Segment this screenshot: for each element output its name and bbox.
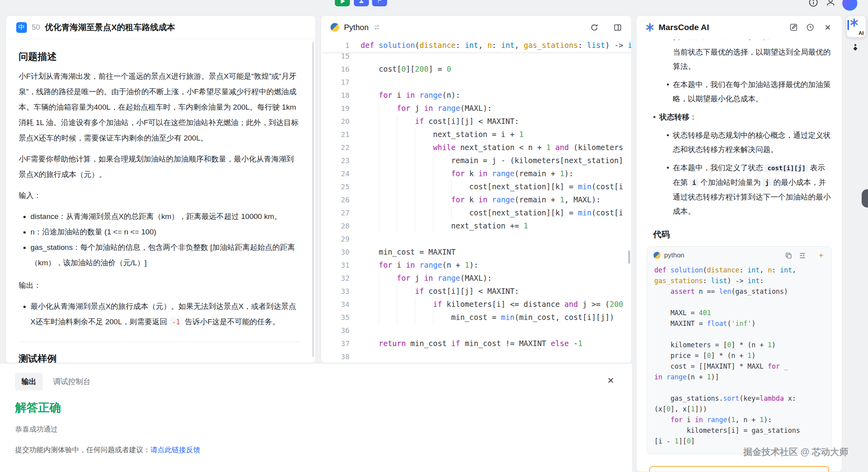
reset-code-icon[interactable] [590, 23, 598, 32]
ai-panel-title: MarsCode AI [659, 23, 709, 32]
output-list: 最小化从青海湖到景点X的旅行成本（元）。如果无法到达景点X，或者到达景点X还车时… [19, 299, 300, 330]
ai-code-line: gas_stations: list) -> int: [654, 276, 824, 286]
play-icon [341, 0, 345, 4]
feedback-row: 提交功能内测体验中，任何问题或者建议：请点此链接反馈 [15, 445, 632, 455]
python-icon [330, 23, 339, 32]
tab-debug-console[interactable]: 调试控制台 [48, 373, 95, 390]
ai-code-line: in range(n + 1)] [654, 372, 824, 383]
ai-code-line: for i in range(1, n + 1): [654, 415, 824, 425]
ai-chat-content: 贪心算法是一种在每一步选择中都采取 当前状态下最优的选择，以期望达到全局最优的算… [636, 40, 842, 466]
side-panel-handle[interactable] [862, 189, 868, 207]
editor-line[interactable]: 27 cost[next_station][k] = min(cost[i [321, 206, 631, 219]
editor-line[interactable]: 35 min_cost = min(min_cost, cost[i][j]) [321, 311, 631, 324]
split-view-icon[interactable] [613, 23, 622, 32]
editor-line[interactable]: 20 if cost[i][j] < MAXINT: [321, 115, 631, 128]
editor-line[interactable]: 36 [321, 324, 631, 337]
ai-code-line: gas_stations.sort(key=lambda x: [654, 393, 824, 404]
problem-title: 优化青海湖至景点X的租车路线成本 [45, 22, 175, 33]
ai-code-line: cost = [[MAXINT] * MAXL for _ [654, 361, 824, 372]
assistant-button[interactable] [354, 0, 369, 6]
editor-tabbar: Python [321, 16, 631, 39]
editor-line[interactable]: 18 for i in range(n): [321, 89, 631, 102]
ai-code-line [654, 297, 824, 308]
ai-header: MarsCode AI × [636, 16, 842, 39]
ai-bullet-item: •在本题中，我们定义了状态 cost[i][j] 表示在第 i 个加油站时油量为… [647, 161, 832, 219]
editor-line[interactable]: 28 next_station += 1 [321, 219, 631, 232]
problem-body: 问题描述 小F计划从青海湖出发，前往一个遥远的景点X进行旅游。景点X可能是“敦煌… [6, 39, 315, 363]
tab-output[interactable]: 输出 [15, 373, 43, 390]
ai-code-heading: 代码 [647, 229, 832, 240]
editor-line[interactable]: 33 if cost[i][j] < MAXINT: [321, 285, 631, 298]
output-label: 输出： [19, 278, 300, 293]
marscode-ai-panel: MarsCode AI × 贪心算法是一种在每一步选择中都采取 当前状态下最优的… [636, 15, 842, 472]
juejin-extension-icon[interactable] [850, 43, 860, 54]
ai-paragraph-tail: 当前状态下最优的选择，以期望达到全局最优的算法。 [647, 45, 832, 74]
marscode-logo-icon [645, 23, 655, 32]
editor-line[interactable]: 34 if kilometers[i] <= distance and j >=… [321, 298, 631, 311]
ai-code-line: def solution(distance: int, n: int, [654, 265, 824, 276]
console-close-icon[interactable]: × [605, 375, 616, 386]
editor-line[interactable]: 21 next_station = i + 1 [321, 128, 631, 141]
feedback-link[interactable]: 请点此链接反馈 [150, 446, 200, 454]
problem-paragraph: 小F需要你帮助他计算，如果合理规划加油站的加油顺序和数量，最小化从青海湖到景点X… [19, 151, 300, 182]
editor-line[interactable]: 38 [321, 350, 631, 363]
editor-line[interactable]: 37 return min_cost if min_cost != MAXINT… [321, 337, 631, 350]
ai-label: AI [859, 30, 864, 36]
problem-score: 50 [32, 23, 40, 32]
ai-extension-button[interactable]: AI [847, 16, 866, 37]
editor-panel: Python 1 def solution(distance: int, n: … [321, 15, 632, 363]
editor-line[interactable]: 31 for i in range(n + 1): [321, 259, 631, 272]
editor-line[interactable]: 30 min_cost = MAXINT [321, 246, 631, 259]
editor-line[interactable]: 24 for k in range(remain + 1): [321, 167, 631, 180]
line-number: 1 [321, 39, 349, 52]
editor-line[interactable]: 19 for j in range(MAXL): [321, 102, 631, 115]
history-icon[interactable] [806, 23, 815, 32]
editor-line[interactable]: 29 [321, 232, 631, 246]
difficulty-badge: 中 [16, 22, 27, 33]
problem-panel: 中 50 优化青海湖至景点X的租车路线成本 问题描述 小F计划从青海湖出发，前往… [6, 15, 316, 363]
ai-code-line: price = [0] * (n + 1) [654, 350, 824, 361]
copy-icon[interactable] [785, 252, 792, 259]
language-switch-icon[interactable] [373, 24, 380, 31]
problem-scrollbar[interactable] [312, 42, 314, 357]
editor-line[interactable]: 22 while next_station < n + 1 and (kilom… [321, 141, 631, 154]
ai-code-line: MAXINT = float('inf') [654, 318, 824, 329]
code-editor[interactable]: 1 def solution(distance: int, n: int, ga… [321, 39, 631, 363]
info-icon[interactable] [808, 0, 819, 9]
result-title: 解答正确 [15, 400, 632, 416]
editor-line[interactable]: 16 cost[0][200] = 0 [321, 63, 631, 76]
ai-code-line: kilometers = [0] * (n + 1) [654, 340, 824, 350]
ai-code-block: python def solution(distance: int, n: [647, 246, 832, 454]
ai-bullet-list: •在本题中，我们在每个加油站选择最优的加油策略，以期望最小化总成本。•状态转移：… [647, 78, 832, 219]
editor-line[interactable]: 23 remain = j - (kilometers[next_station… [321, 154, 631, 167]
new-chat-icon[interactable] [789, 23, 798, 32]
input-label: 输入： [19, 188, 300, 203]
user-icon[interactable] [826, 0, 836, 9]
avatar[interactable] [842, 0, 857, 11]
ai-code-line [654, 383, 824, 393]
insert-code-icon[interactable] [799, 252, 806, 259]
input-list: distance：从青海湖到景点X的总距离（km），距离最远不超过 10000 … [19, 209, 300, 270]
editor-line[interactable]: 32 for j in range(MAXL): [321, 272, 631, 285]
topbar [0, 0, 868, 15]
chat-input[interactable] [649, 466, 829, 472]
run-button[interactable] [335, 0, 350, 6]
flag-button[interactable] [372, 0, 387, 6]
ai-code-line: MAXL = 401 [654, 308, 824, 318]
editor-line[interactable]: 26 for k in range(remain + 1, MAXL): [321, 193, 631, 206]
editor-line[interactable]: 17 [321, 76, 631, 89]
language-tab[interactable]: Python [344, 23, 368, 32]
console-tabs: 输出 调试控制台 [0, 364, 632, 390]
clipped-text-line: 贪心算法是一种在每一步选择中都采取 [647, 40, 832, 44]
result-subtitle: 恭喜成功通过 [15, 424, 632, 434]
feedback-text: 提交功能内测体验中，任何问题或者建议： [15, 446, 150, 454]
editor-sticky-line[interactable]: 1 def solution(distance: int, n: int, ga… [321, 39, 631, 52]
list-item: 最小化从青海湖到景点X的旅行成本（元）。如果无法到达景点X，或者到达景点X还车时… [30, 299, 300, 330]
editor-line[interactable]: 25 cost[next_station][k] = min(cost[i [321, 180, 631, 193]
ai-code-content: def solution(distance: int, n: int,gas_s… [647, 262, 831, 454]
close-icon[interactable]: × [822, 22, 833, 33]
apply-code-icon[interactable] [817, 252, 825, 259]
watermark: 掘金技术社区 @ 芯动大师 [743, 446, 848, 458]
python-icon [653, 252, 661, 259]
ai-code-line: (x[0], x[1])) [654, 404, 824, 415]
